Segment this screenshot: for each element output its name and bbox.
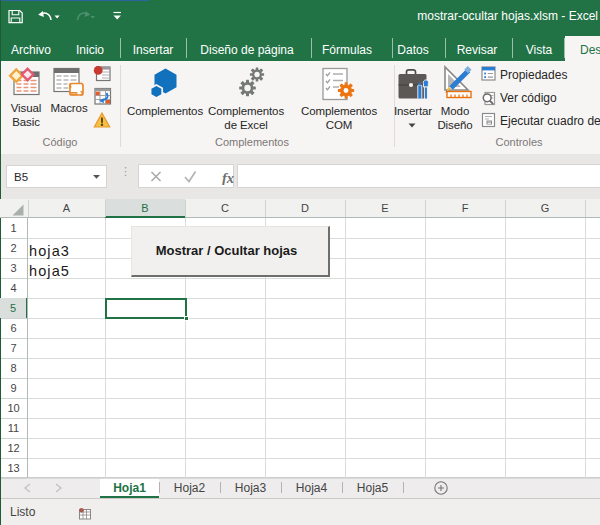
svg-text:fx: fx [222, 170, 234, 186]
